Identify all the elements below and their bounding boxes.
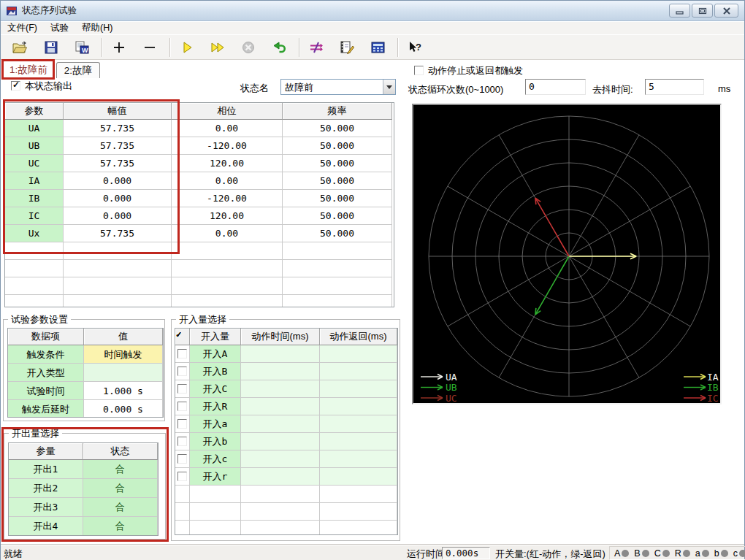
frequency-cell[interactable]: 50.000 <box>283 155 392 172</box>
close-button[interactable] <box>714 4 738 18</box>
indicator-label: A <box>614 548 620 559</box>
tab-label: 2:故障 <box>64 64 92 77</box>
amplitude-cell[interactable]: 57.735 <box>64 225 172 242</box>
runtime-value: 0.000s <box>442 547 490 559</box>
action-return-cell[interactable] <box>320 380 397 398</box>
tab-state-1-pre-fault[interactable]: 1:故障前 <box>2 61 55 78</box>
empty-cell <box>172 277 283 295</box>
output-state-cell[interactable]: 合 <box>83 498 158 517</box>
trigger-on-act-or-return-checkbox[interactable] <box>414 66 424 75</box>
action-return-cell[interactable] <box>320 468 397 486</box>
debounce-time-input[interactable]: 5 <box>645 79 704 95</box>
output-select-column-header: 参量 <box>9 443 83 460</box>
input-enabled-checkbox[interactable] <box>177 437 187 446</box>
empty-cell <box>172 260 283 277</box>
input-enabled-checkbox[interactable] <box>177 454 187 464</box>
action-time-cell[interactable] <box>241 398 320 415</box>
output-state-cell[interactable]: 合 <box>83 517 158 536</box>
empty-cell <box>241 503 320 521</box>
frequency-cell[interactable]: 50.000 <box>283 172 392 190</box>
input-enabled-checkbox[interactable] <box>177 419 187 429</box>
amplitude-cell[interactable]: 0.000 <box>64 190 172 207</box>
phase-cell[interactable]: -120.00 <box>172 190 283 207</box>
debounce-time-label: 去抖时间: <box>592 83 633 96</box>
title-bar[interactable]: 状态序列试验 <box>1 1 744 21</box>
minimize-button[interactable] <box>669 4 690 18</box>
input-enabled-checkbox[interactable] <box>177 349 187 358</box>
stop-button[interactable] <box>237 37 259 58</box>
phase-cell[interactable]: 0.00 <box>172 120 283 137</box>
open-button[interactable] <box>9 37 31 58</box>
menu-file[interactable]: 文件(F) <box>1 22 44 34</box>
action-return-cell[interactable] <box>320 398 397 415</box>
empty-cell <box>175 503 190 521</box>
menu-test[interactable]: 试验 <box>44 22 75 34</box>
channel-param-cell: UC <box>5 155 64 172</box>
action-return-cell[interactable] <box>320 433 397 450</box>
input-enabled-checkbox[interactable] <box>177 384 187 394</box>
tab-state-2-fault[interactable]: 2:故障 <box>56 62 100 78</box>
amplitude-cell[interactable]: 57.735 <box>64 137 172 155</box>
loop-count-input[interactable]: 0 <box>525 79 586 95</box>
action-return-cell[interactable] <box>320 363 397 380</box>
phase-cell[interactable]: 0.00 <box>172 172 283 190</box>
switch-indicator: R <box>675 548 690 559</box>
frequency-cell[interactable]: 50.000 <box>283 137 392 155</box>
output-state-cell[interactable]: 合 <box>83 460 158 479</box>
phase-cell[interactable]: 0.00 <box>172 225 283 242</box>
menu-help[interactable]: 帮助(H) <box>75 22 119 34</box>
param-value-cell[interactable]: 1.000 s <box>84 382 163 400</box>
output-name-cell: 开出4 <box>9 517 83 536</box>
state-output-checkbox[interactable] <box>11 81 20 91</box>
frequency-cell[interactable]: 50.000 <box>283 207 392 225</box>
combobox-dropdown-button[interactable] <box>383 80 395 94</box>
phase-cell[interactable]: 120.00 <box>172 207 283 225</box>
remove-state-button[interactable] <box>139 37 161 58</box>
input-enabled-checkbox[interactable] <box>177 472 187 481</box>
channel-row: IB0.000-120.0050.000 <box>5 190 394 207</box>
amplitude-cell[interactable]: 0.000 <box>64 172 172 190</box>
action-return-cell[interactable] <box>320 415 397 433</box>
param-value-cell[interactable] <box>84 364 163 382</box>
empty-cell <box>190 503 241 521</box>
action-time-cell[interactable] <box>241 415 320 433</box>
frequency-cell[interactable]: 50.000 <box>283 190 392 207</box>
frequency-cell[interactable]: 50.000 <box>283 225 392 242</box>
param-value-cell[interactable]: 时间触发 <box>84 345 163 364</box>
action-time-cell[interactable] <box>241 450 320 468</box>
export-report-button[interactable]: W <box>71 37 93 58</box>
channel-empty-row <box>5 277 394 295</box>
save-button[interactable] <box>40 37 62 58</box>
action-time-cell[interactable] <box>241 380 320 398</box>
output-setting-button[interactable] <box>305 37 327 58</box>
phase-cell[interactable]: -120.00 <box>172 137 283 155</box>
maximize-button[interactable] <box>692 4 713 18</box>
phase-cell[interactable]: 120.00 <box>172 155 283 172</box>
run-continuous-button[interactable] <box>207 37 229 58</box>
empty-cell <box>172 242 283 260</box>
input-enabled-checkbox[interactable] <box>177 367 187 376</box>
amplitude-cell[interactable]: 0.000 <box>64 207 172 225</box>
calculator-button[interactable] <box>367 37 389 58</box>
add-state-button[interactable] <box>108 37 130 58</box>
switch-hint-text: 开关量:(红-动作，绿-返回) <box>495 548 605 560</box>
action-time-cell[interactable] <box>241 363 320 380</box>
param-value-cell[interactable]: 0.000 s <box>84 400 163 418</box>
action-return-cell[interactable] <box>320 345 397 363</box>
action-time-cell[interactable] <box>241 345 320 363</box>
action-time-cell[interactable] <box>241 468 320 486</box>
amplitude-cell[interactable]: 57.735 <box>64 155 172 172</box>
action-time-cell[interactable] <box>241 433 320 450</box>
output-state-cell[interactable]: 合 <box>83 479 158 498</box>
svg-text:W: W <box>82 46 88 53</box>
output-row: 开出4合 <box>9 517 158 536</box>
report-button[interactable] <box>336 37 358 58</box>
undo-button[interactable] <box>268 37 290 58</box>
input-enabled-checkbox[interactable] <box>177 402 187 411</box>
frequency-cell[interactable]: 50.000 <box>283 120 392 137</box>
state-name-combobox[interactable]: 故障前 <box>280 79 396 95</box>
run-button[interactable] <box>176 37 198 58</box>
amplitude-cell[interactable]: 57.735 <box>64 120 172 137</box>
context-help-button[interactable]: ? <box>404 37 426 58</box>
action-return-cell[interactable] <box>320 450 397 468</box>
